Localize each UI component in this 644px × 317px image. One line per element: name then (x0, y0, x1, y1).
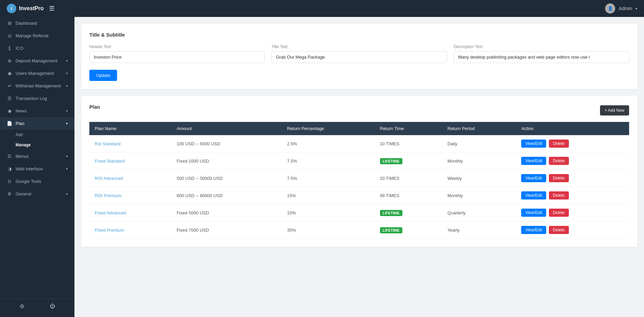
delete-button[interactable]: Delete (549, 174, 569, 182)
sidebar-item-label: Menus (16, 154, 29, 159)
withdraw-icon: ↩ (7, 83, 12, 88)
cell-return-pct: 15% (282, 204, 374, 221)
cell-return-time: LIFETIME (375, 152, 442, 170)
ico-icon: ₿ (7, 46, 12, 51)
title-text-input[interactable] (271, 51, 447, 63)
sidebar-item-withdraw-management[interactable]: ↩ Withdraw Management ▾ (0, 80, 74, 92)
delete-button[interactable]: Delete (549, 191, 569, 199)
layout: ⊞ Dashboard ◎ Manage Referral ₿ ICO ⊕ De… (0, 17, 644, 317)
add-new-button[interactable]: + Add New (600, 105, 629, 115)
sidebar-item-label: Google Tools (16, 179, 41, 184)
sidebar-item-menus[interactable]: ☰ Menus ▾ (0, 150, 74, 163)
cell-return-time: LIFETIME (375, 221, 442, 239)
chevron-down-icon: ▾ (66, 154, 68, 158)
cell-return-time: LIFETIME (375, 204, 442, 221)
cell-action: View/Edit Delete (516, 152, 629, 170)
cell-return-period: Monthly (442, 152, 516, 170)
plan-table: Plan Name Amount Return Percentage Retur… (89, 122, 629, 239)
cell-amount: 100 USD -- 5000 USD (171, 135, 282, 152)
table-header-row: Plan Name Amount Return Percentage Retur… (89, 122, 629, 135)
sidebar-sub-item-plan-manage[interactable]: Manage (16, 140, 74, 150)
cell-action: View/Edit Delete (516, 135, 629, 152)
title-form-row: Header Text Title Text Description Text (89, 44, 629, 63)
header-text-group: Header Text (89, 44, 265, 63)
sidebar-item-manage-referral[interactable]: ◎ Manage Referral (0, 29, 74, 42)
return-time-text: 20 TIMES (380, 176, 400, 181)
description-text-input[interactable] (454, 51, 629, 63)
cell-action: View/Edit Delete (516, 221, 629, 239)
sidebar-item-web-interface[interactable]: ◑ Web Interface ▾ (0, 163, 74, 175)
title-text-group: Title Text (271, 44, 447, 63)
hamburger-icon[interactable]: ☰ (49, 5, 54, 12)
admin-dropdown-arrow[interactable]: ▾ (636, 7, 637, 10)
sidebar-bottom: ⚙ ⏻ (0, 299, 74, 314)
power-icon[interactable]: ⏻ (50, 303, 55, 310)
web-interface-icon: ◑ (7, 166, 12, 171)
view-edit-button[interactable]: View/Edit (521, 157, 546, 165)
settings-icon[interactable]: ⚙ (20, 303, 24, 310)
cell-return-time: 10 TIMES (375, 135, 442, 152)
topbar: I InvestPro ☰ 👤 Admin ▾ (0, 0, 644, 17)
cell-plan-name: Roi Standard (89, 135, 171, 152)
lifetime-badge: LIFETIME (380, 210, 402, 216)
chevron-down-icon: ▾ (66, 109, 68, 113)
google-tools-icon: G (7, 179, 12, 184)
sidebar-item-label: News (16, 108, 27, 113)
cell-plan-name: Fixed Standard (89, 152, 171, 170)
sidebar-item-label: Dashboard (16, 21, 37, 26)
delete-button[interactable]: Delete (549, 157, 569, 165)
delete-button[interactable]: Delete (549, 140, 569, 148)
sidebar-sub-item-plan-add[interactable]: Add (16, 130, 74, 140)
main-content: Title & Subtitle Header Text Title Text … (74, 17, 644, 317)
plan-header: Plan + Add New (89, 104, 629, 117)
header-text-input[interactable] (89, 51, 265, 63)
sidebar-item-deposit-management[interactable]: ⊕ Deposit Management ▾ (0, 55, 74, 67)
col-amount: Amount (171, 122, 282, 135)
view-edit-button[interactable]: View/Edit (521, 209, 546, 217)
sidebar-item-transaction-log[interactable]: ☰ Transaction Log (0, 92, 74, 105)
sidebar-item-dashboard[interactable]: ⊞ Dashboard (0, 17, 74, 29)
delete-button[interactable]: Delete (549, 226, 569, 234)
news-icon: ◉ (7, 108, 12, 113)
sidebar-item-news[interactable]: ◉ News ▾ (0, 105, 74, 117)
view-edit-button[interactable]: View/Edit (521, 174, 546, 182)
header-text-label: Header Text (89, 44, 265, 49)
users-icon: ◉ (7, 71, 12, 76)
cell-plan-name: Fixed Advanced (89, 204, 171, 221)
deposit-icon: ⊕ (7, 58, 12, 63)
cell-action: View/Edit Delete (516, 170, 629, 187)
view-edit-button[interactable]: View/Edit (521, 140, 546, 148)
description-text-group: Description Text (454, 44, 629, 63)
col-action: Action (516, 122, 629, 135)
table-row: Fixed Advanced Fixed 5000 USD 15% LIFETI… (89, 204, 629, 221)
sidebar-item-google-tools[interactable]: G Google Tools (0, 175, 74, 188)
title-text-label: Title Text (271, 44, 447, 49)
sidebar-item-users-management[interactable]: ◉ Users Management ▾ (0, 67, 74, 80)
sidebar-item-label: Plan (16, 121, 24, 126)
plan-card: Plan + Add New Plan Name Amount Return P… (81, 96, 637, 247)
lifetime-badge: LIFETIME (380, 227, 402, 233)
cell-return-period: Monthly (442, 187, 516, 204)
cell-plan-name: ROI Advanced (89, 170, 171, 187)
delete-button[interactable]: Delete (549, 209, 569, 217)
sidebar-item-label: ICO (16, 46, 23, 51)
sidebar-item-label: Manage Referral (16, 33, 48, 38)
sidebar-item-general[interactable]: ⚙ General ▾ (0, 188, 74, 200)
cell-action: View/Edit Delete (516, 187, 629, 204)
sidebar-item-label: Transaction Log (16, 96, 47, 101)
general-icon: ⚙ (7, 191, 12, 196)
table-row: Roi Standard 100 USD -- 5000 USD 2.5% 10… (89, 135, 629, 152)
cell-plan-name: Fixed Premium (89, 221, 171, 239)
view-edit-button[interactable]: View/Edit (521, 226, 546, 234)
view-edit-button[interactable]: View/Edit (521, 191, 546, 199)
sidebar-item-ico[interactable]: ₿ ICO (0, 42, 74, 55)
table-row: ROI Advanced 500 USD -- 50000 USD 7.5% 2… (89, 170, 629, 187)
return-time-text: 99 TIMES (380, 193, 400, 198)
sidebar-item-plan[interactable]: 📄 Plan ▾ (0, 117, 74, 130)
cell-return-pct: 15% (282, 187, 374, 204)
app-name: InvestPro (19, 5, 44, 12)
cell-return-pct: 7.5% (282, 170, 374, 187)
update-button[interactable]: Update (89, 70, 117, 81)
chevron-down-icon: ▾ (66, 59, 68, 63)
sidebar-item-label: General (16, 191, 31, 196)
